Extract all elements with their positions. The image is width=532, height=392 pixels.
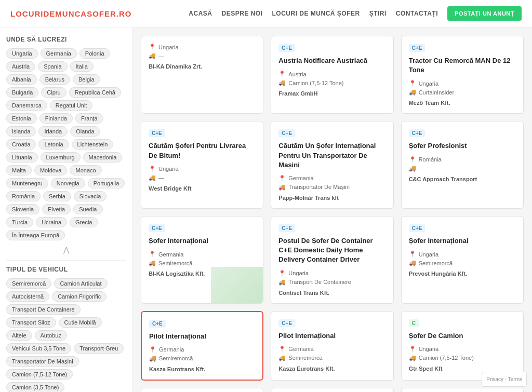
country-tag[interactable]: Belarus [39, 74, 70, 85]
country-tag[interactable]: Muntenegru [6, 178, 48, 188]
vehicle-tag[interactable]: Vehicul Sub 3,5 Tone [6, 343, 71, 354]
country-tag[interactable]: România [6, 191, 41, 201]
country-tag[interactable]: Portugalia [88, 178, 125, 188]
country-tag[interactable]: Slovacia [74, 191, 107, 201]
country-tag[interactable]: Finlanda [39, 113, 73, 124]
job-card[interactable]: C+E Postul De Șofer De Container C+E Dom… [271, 216, 393, 304]
job-card[interactable]: C+E Șofer Internațional 📍 Germania 🚚 Sem… [141, 216, 263, 304]
nav-about[interactable]: DESPRE NOI [221, 10, 262, 17]
country-tag[interactable]: Macedonia [83, 152, 123, 163]
truck-icon: 🚚 [409, 165, 416, 172]
country-tag[interactable]: Olanda [70, 126, 100, 137]
country-tag[interactable]: Italia [70, 61, 94, 72]
nav-contact[interactable]: CONTACTAȚI [396, 10, 438, 17]
job-vehicle-type: 🚚 — [149, 174, 256, 181]
job-location: 📍 Ungaria [149, 166, 256, 172]
jobs-grid: C+E Căutăm Șoferi Pentru Livrarea De Bit… [141, 121, 524, 392]
country-tag[interactable]: Serbia [43, 191, 71, 201]
sidebar-divider [6, 260, 126, 261]
nav-home[interactable]: ACASĂ [189, 10, 212, 17]
location-icon: 📍 [278, 346, 286, 353]
country-tag[interactable]: Islanda [6, 126, 36, 137]
truck-icon: 🚚 [278, 79, 286, 86]
job-card[interactable]: C+E Tractor Cu Remorcă MAN De 12 Tone 📍 … [401, 36, 524, 114]
site-logo: LOCURIDEMUNCASOFER.RO [10, 9, 132, 18]
country-tag[interactable]: Croatia [6, 139, 36, 150]
country-tag[interactable]: Estonia [6, 113, 37, 124]
job-card-highlighted[interactable]: C+E Pilot Internațional 📍 Germania 🚚 Sem… [141, 311, 263, 381]
vehicle-tag[interactable]: Camion Articulat [54, 278, 107, 289]
job-vehicle-type: 🚚 Transportator De Mașini [278, 184, 385, 191]
vehicle-tag[interactable]: Autocisternă [6, 291, 49, 302]
job-badge: C+E [278, 319, 295, 327]
country-tag[interactable]: Slovenia [6, 204, 39, 214]
vehicle-tag[interactable]: Transport Greu [74, 343, 124, 354]
country-tag[interactable]: Cipru [41, 87, 66, 98]
country-tag[interactable]: Turcia [6, 217, 33, 227]
country-tag[interactable]: Luxemburg [41, 152, 81, 163]
country-tag[interactable]: Albania [6, 74, 37, 85]
vehicle-tag[interactable]: Camion Frigorific [52, 291, 107, 302]
country-tag[interactable]: Danemarca [6, 100, 47, 111]
country-tag[interactable]: Elveția [42, 204, 71, 214]
job-company: Prevost Hungária Kft. [409, 271, 516, 277]
job-card[interactable]: C+E Șofer Internațional 📍 Ungaria 🚚 Semi… [401, 216, 524, 304]
country-tag[interactable]: Ucraina [36, 217, 67, 227]
country-tag[interactable]: Regatul Unit [50, 100, 93, 111]
country-tag[interactable]: În Întreaga Europă [6, 230, 65, 240]
job-vehicle-type: 🚚 Semiremorcă [278, 355, 385, 361]
vehicle-tag[interactable]: Altele [6, 330, 32, 341]
job-location: 📍 Ungaria [409, 251, 516, 258]
country-tag[interactable]: Lituania [6, 152, 38, 163]
job-card[interactable]: 📍 Ungaria 🚚 — BI-KA Dinamika Zrt. [141, 36, 263, 114]
country-tag[interactable]: Irlanda [38, 126, 68, 137]
country-tag[interactable]: Malta [6, 165, 32, 175]
collapse-arrow[interactable]: ⋀ [6, 246, 126, 254]
job-card[interactable]: C+E Căutăm Un Șofer Pentru Combinația No… [141, 388, 263, 392]
country-tag[interactable]: Lichtenstein [72, 139, 114, 150]
country-tag[interactable]: Polonia [79, 48, 110, 59]
job-card[interactable]: C+E Șofer Profesionist 📍 România 🚚 — C&C… [401, 121, 524, 209]
country-tag[interactable]: Grecia [70, 217, 98, 227]
country-tag[interactable]: Ungaria [6, 48, 38, 59]
job-card[interactable]: C+E Căutăm Un Șofer Internațional Pentru… [271, 121, 393, 209]
vehicle-tag[interactable]: Transport Siloz [6, 317, 56, 328]
job-location: 📍 Germania [278, 346, 385, 353]
country-tag[interactable]: Norvegia [51, 178, 85, 188]
country-tag[interactable]: Monaco [70, 165, 101, 175]
job-card[interactable]: C Șofer De Camion 📍 Ungaria 🚚 Camion (7,… [401, 311, 524, 381]
country-tag[interactable]: Germania [41, 48, 77, 59]
nav-news[interactable]: ȘTIRI [369, 10, 387, 17]
country-tag[interactable]: Franța [75, 113, 103, 124]
job-card[interactable]: C+E Șofer De Camion 📍 Germania [401, 388, 524, 392]
country-tag[interactable]: Suedia [73, 204, 102, 214]
job-card[interactable]: C+E Căutăm Șoferi Pentru Livrarea De Bit… [141, 121, 263, 209]
jobs-content: 📍 Ungaria 🚚 — BI-KA Dinamika Zrt. C+E Au… [132, 28, 532, 392]
country-tag[interactable]: Austria [6, 61, 35, 72]
country-tag[interactable]: Spania [38, 61, 67, 72]
country-tag[interactable]: Bulgaria [6, 87, 38, 98]
job-card[interactable]: C+E Categoria De Șoferi C Și E 📍 Ungaria [271, 388, 393, 392]
post-ad-button[interactable]: POSTAȚI UN ANUNȚ [447, 6, 522, 21]
country-tag[interactable]: Moldova [34, 165, 68, 175]
vehicle-tag[interactable]: Cutie Mobilă [59, 317, 102, 328]
job-card[interactable]: C+E Austria Notificare Austriacă 📍 Austr… [271, 36, 393, 114]
vehicle-tag[interactable]: Semiremorcă [6, 278, 51, 289]
country-tag[interactable]: Belgia [73, 74, 100, 85]
vehicle-tag[interactable]: Transportator De Mașini [6, 356, 79, 367]
job-card[interactable]: C+E Pilot Internațional 📍 Germania 🚚 Sem… [271, 311, 393, 381]
nav-jobs[interactable]: LOCURI DE MUNCĂ ȘOFER [272, 10, 360, 17]
job-vehicle-type: 🚚 Camion (7,5-12 Tone) [278, 79, 385, 86]
job-badge: C+E [278, 224, 295, 232]
job-badge: C+E [409, 224, 425, 232]
country-tag[interactable]: Letonia [38, 139, 69, 150]
job-vehicle-type: 🚚 Transport De Containere [278, 279, 385, 286]
job-location: 📍 Austria [278, 71, 385, 77]
vehicle-tag[interactable]: Transport De Containere [6, 304, 81, 315]
country-tag[interactable]: Republica Cehă [69, 87, 121, 98]
job-company: BI-KA Dinamika Zrt. [149, 63, 256, 70]
vehicle-tag[interactable]: Autobuz [35, 330, 67, 341]
job-badge: C+E [409, 44, 425, 52]
vehicle-tag[interactable]: Camion (3,5 Tone) [6, 382, 64, 392]
vehicle-tag[interactable]: Camion (7,5-12 Tone) [6, 369, 73, 380]
